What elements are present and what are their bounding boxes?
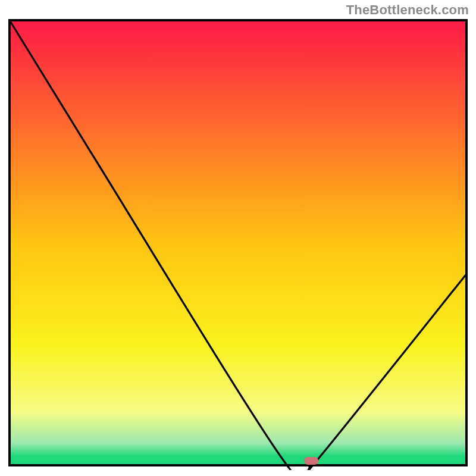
attribution-label: TheBottleneck.com (346, 2, 469, 18)
plot-background (10, 20, 466, 465)
bottleneck-chart (7, 18, 469, 470)
target-marker (304, 457, 318, 465)
